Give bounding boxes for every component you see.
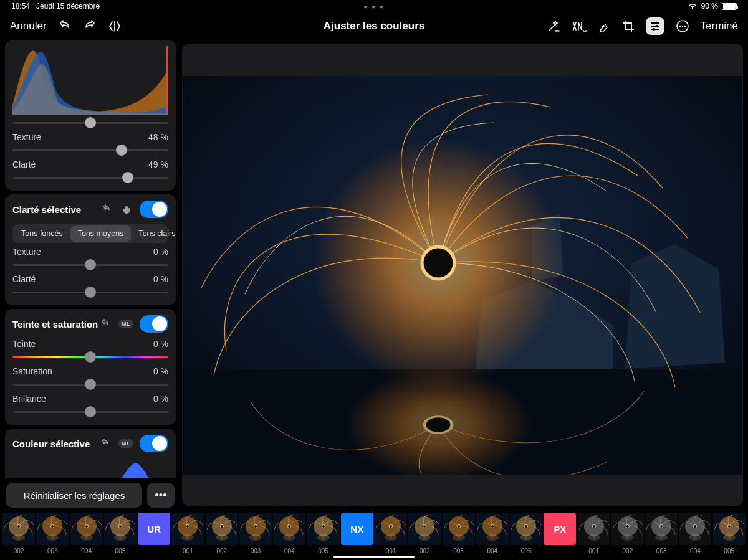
preset-thumb[interactable]: 005 (713, 513, 746, 554)
cancel-button[interactable]: Annuler (10, 20, 47, 32)
preset-thumb[interactable]: NX (341, 513, 373, 548)
preset-thumb[interactable]: 003 (36, 513, 69, 554)
preset-image[interactable] (611, 513, 644, 545)
histogram-slider[interactable] (12, 117, 168, 128)
compare-icon[interactable] (108, 20, 122, 32)
image-canvas[interactable] (182, 44, 743, 506)
bril-slider[interactable] (12, 406, 168, 417)
more-icon[interactable] (676, 19, 689, 33)
preset-image[interactable] (104, 513, 137, 545)
preset-thumb[interactable]: PX (544, 513, 576, 548)
preset-thumb[interactable]: 002 (408, 513, 441, 554)
preset-image[interactable] (239, 513, 272, 545)
preset-image[interactable] (36, 513, 69, 545)
seg-mid[interactable]: Tons moyens (70, 225, 132, 242)
preset-thumb[interactable]: 002 (2, 513, 35, 554)
sat-slider[interactable] (12, 379, 168, 390)
preset-badge[interactable]: NX (341, 513, 373, 545)
preset-thumb[interactable]: 004 (70, 513, 103, 554)
seg-dark[interactable]: Tons foncés (14, 225, 70, 242)
preset-label: 004 (690, 548, 701, 554)
svg-line-4 (603, 25, 605, 26)
selective-clarity-title: Clarté sélective (12, 204, 81, 215)
battery-percent: 90 % (701, 2, 718, 11)
undo-icon[interactable] (58, 20, 72, 32)
preset-image[interactable] (307, 513, 340, 545)
preset-image[interactable] (510, 513, 542, 545)
preset-image[interactable] (578, 513, 610, 545)
crop-icon[interactable] (622, 20, 635, 32)
preset-image[interactable] (443, 513, 475, 545)
preset-image[interactable] (408, 513, 441, 545)
preset-badge[interactable]: UR (138, 513, 170, 545)
magic-wand-ml-icon[interactable]: ML (547, 20, 561, 32)
preset-thumb[interactable]: 002 (611, 513, 644, 554)
preset-badge[interactable]: PX (544, 513, 576, 545)
ml-badge[interactable]: ML (118, 439, 133, 448)
preset-image[interactable] (679, 513, 711, 545)
preset-filmstrip[interactable]: 002 003 004 (0, 510, 748, 560)
preset-thumb[interactable]: 004 (679, 513, 711, 554)
hue-slider[interactable] (12, 351, 168, 363)
seg-light[interactable]: Tons clairs (131, 225, 176, 242)
preset-thumb[interactable]: 003 (239, 513, 272, 554)
svg-point-12 (684, 26, 686, 27)
status-date: Jeudi 15 décembre (36, 2, 100, 11)
preset-image[interactable] (206, 513, 238, 545)
repair-icon[interactable] (598, 20, 611, 32)
sel-texture-slider[interactable] (12, 259, 168, 270)
preset-thumb[interactable]: 001 (578, 513, 610, 554)
preset-thumb[interactable]: 004 (476, 513, 509, 554)
preset-image[interactable] (171, 513, 204, 545)
wifi-icon (688, 2, 698, 10)
preset-image[interactable] (375, 513, 407, 545)
preset-thumb[interactable]: 001 (171, 513, 204, 554)
tone-segmented[interactable]: Tons foncés Tons moyens Tons clairs (12, 224, 168, 243)
preset-thumb[interactable]: 005 (510, 513, 542, 554)
selective-clarity-toggle[interactable] (140, 201, 168, 218)
preset-thumb[interactable]: 001 (375, 513, 407, 554)
preset-thumb[interactable]: 002 (206, 513, 238, 554)
hand-icon[interactable] (120, 202, 133, 216)
sel-color-toggle[interactable] (140, 435, 168, 452)
hue-value: 0 % (153, 339, 168, 349)
preset-image[interactable] (713, 513, 746, 545)
reset-icon[interactable] (100, 202, 113, 216)
reset-icon[interactable] (98, 437, 112, 450)
selective-clarity-panel: Clarté sélective Tons foncés Tons moyens… (5, 194, 176, 305)
sel-clarity-slider[interactable] (12, 287, 168, 298)
hue-sat-toggle[interactable] (140, 315, 168, 333)
preset-label: 001 (183, 548, 193, 554)
preset-image[interactable] (476, 513, 509, 545)
reset-more-button[interactable]: ••• (147, 483, 175, 508)
done-button[interactable]: Terminé (701, 20, 738, 32)
adjust-icon[interactable] (646, 17, 664, 35)
ml-badge[interactable]: ML (118, 320, 133, 328)
preset-image[interactable] (70, 513, 103, 545)
clarity-slider[interactable] (12, 172, 168, 183)
preset-label: 003 (251, 548, 261, 554)
redo-icon[interactable] (83, 20, 97, 32)
preset-image[interactable] (2, 513, 35, 545)
preset-thumb[interactable]: 004 (273, 513, 305, 554)
preset-label: 004 (81, 548, 92, 554)
preset-image[interactable] (645, 513, 678, 545)
preset-thumb[interactable]: 003 (442, 513, 474, 554)
texture-slider[interactable] (12, 145, 168, 156)
preset-thumb[interactable]: 003 (645, 513, 678, 554)
preset-thumb[interactable]: 005 (104, 513, 137, 554)
reset-icon[interactable] (98, 317, 112, 331)
svg-text:ML: ML (555, 29, 561, 32)
svg-line-5 (605, 24, 606, 25)
sel-color-title: Couleur sélective (12, 439, 90, 449)
color-histograms[interactable] (12, 458, 168, 478)
histogram (12, 46, 168, 115)
preset-thumb[interactable]: 005 (307, 513, 339, 554)
clarity-value: 49 % (148, 159, 168, 169)
multitask-dots-icon[interactable]: ● ● ● (363, 3, 385, 10)
reset-all-button[interactable]: Réinitialiser les réglages (6, 483, 142, 508)
preset-label: 005 (521, 548, 532, 554)
preset-image[interactable] (273, 513, 305, 545)
enhance-ml-icon[interactable]: ML (572, 20, 587, 32)
preset-thumb[interactable]: UR (138, 513, 170, 548)
